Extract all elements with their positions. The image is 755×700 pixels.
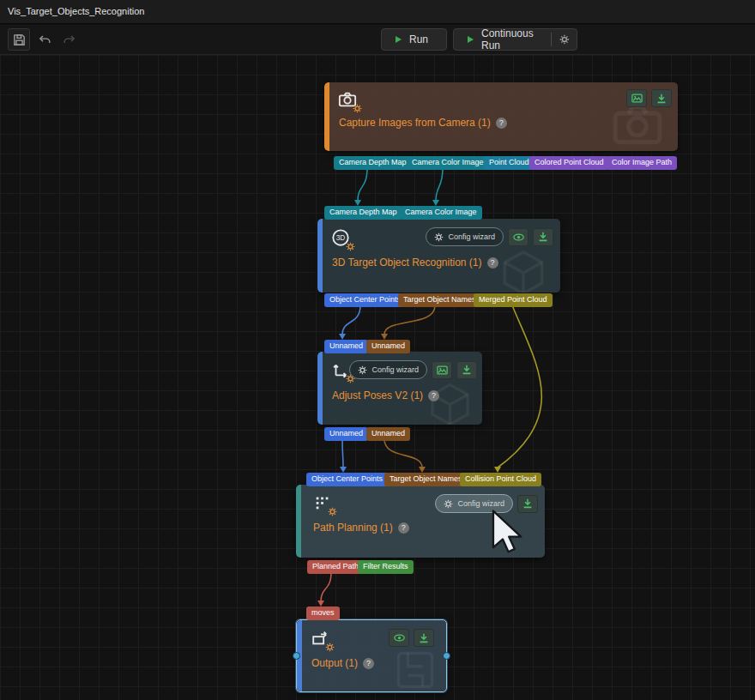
port-out-object-center-points[interactable]: Object Center Points — [324, 293, 406, 307]
run-settings-gear-icon[interactable] — [559, 33, 570, 45]
port-in-moves[interactable]: moves — [306, 606, 340, 620]
download-icon — [655, 93, 667, 105]
run-button[interactable]: Run — [381, 28, 447, 51]
image-icon — [436, 364, 449, 377]
image-icon — [631, 92, 643, 105]
node-title: Path Planning (1) — [313, 522, 393, 534]
node-title: Capture Images from Camera (1) — [339, 117, 491, 129]
path-planning-icon — [313, 493, 334, 514]
image-preview-button[interactable] — [626, 89, 647, 107]
port-out-camera-depth-map[interactable]: Camera Depth Map — [334, 156, 412, 170]
output-right-connector[interactable] — [443, 652, 450, 660]
port-out-target-object-names[interactable]: Target Object Names — [398, 293, 481, 307]
run-button-label: Run — [409, 33, 428, 45]
node-output[interactable]: Output (1) ? — [296, 619, 447, 692]
play-icon — [393, 34, 403, 45]
port-in-camera-depth-map[interactable]: Camera Depth Map — [324, 206, 402, 220]
mouse-cursor — [491, 510, 528, 558]
save-button[interactable] — [8, 28, 30, 51]
gear-icon — [444, 499, 453, 509]
node-3d-target-object-recognition[interactable]: Config wizard 3D Target Object Recogniti… — [317, 219, 560, 293]
port-out-unnamed-1[interactable]: Unnamed — [324, 427, 368, 441]
download-icon — [537, 231, 549, 243]
maze-watermark-icon — [393, 648, 438, 692]
gear-icon — [434, 232, 444, 242]
eye-icon — [393, 631, 406, 644]
node-accent-bar — [324, 82, 329, 151]
cube-watermark-icon — [498, 248, 548, 293]
gear-badge-icon — [346, 242, 355, 251]
help-badge[interactable]: ? — [487, 257, 498, 269]
node-adjust-poses-v2[interactable]: Config wizard Adjust Poses V2 (1) ? — [317, 352, 482, 425]
title-bar: Vis_Target_Objects_Recognition — [0, 0, 755, 24]
download-button[interactable] — [456, 361, 477, 379]
port-out-point-cloud[interactable]: Point Cloud — [484, 156, 535, 170]
config-wizard-label: Config wizard — [457, 499, 504, 508]
gear-badge-icon — [325, 643, 335, 652]
eye-icon — [512, 231, 525, 244]
gear-icon — [358, 365, 367, 375]
3d-recognition-icon — [331, 228, 352, 249]
help-badge[interactable]: ? — [428, 390, 439, 401]
port-in-camera-color-image[interactable]: Camera Color Image — [400, 206, 482, 220]
output-left-connector[interactable] — [293, 652, 300, 660]
edge-camera-depth-map[interactable] — [358, 168, 367, 201]
download-button[interactable] — [533, 228, 553, 246]
help-badge[interactable]: ? — [363, 658, 374, 669]
port-out-filter-results[interactable]: Filter Results — [358, 560, 414, 574]
port-out-planned-path[interactable]: Planned Path — [307, 560, 364, 574]
adjust-poses-icon — [331, 360, 352, 381]
divider — [551, 33, 552, 46]
edge-camera-color-image[interactable] — [436, 168, 443, 201]
port-in-collision-point-cloud[interactable]: Collision Point Cloud — [460, 473, 541, 486]
download-button[interactable] — [651, 89, 672, 107]
node-capture-images-from-camera[interactable]: Capture Images from Camera (1) ? — [324, 82, 678, 151]
redo-icon — [62, 33, 76, 47]
edge-object-center-points[interactable] — [342, 305, 360, 335]
help-badge[interactable]: ? — [398, 522, 409, 534]
config-wizard-button[interactable]: Config wizard — [349, 360, 427, 379]
node-accent-bar — [296, 485, 301, 558]
port-out-colored-point-cloud[interactable]: Colored Point Cloud — [529, 156, 609, 170]
port-out-camera-color-image[interactable]: Camera Color Image — [407, 156, 489, 170]
app-window: Vis_Target_Objects_Recognition Run Conti… — [0, 0, 755, 700]
edge-unnamed-blue[interactable] — [342, 439, 343, 468]
floppy-icon — [12, 33, 27, 47]
port-in-unnamed-1[interactable]: Unnamed — [324, 340, 368, 353]
config-wizard-label: Config wizard — [371, 365, 419, 374]
edge-unnamed-brown[interactable] — [384, 439, 422, 468]
node-title: 3D Target Object Recognition (1) — [332, 256, 482, 269]
download-icon — [461, 364, 473, 376]
camera-icon — [338, 90, 359, 111]
port-out-merged-point-cloud[interactable]: Merged Point Cloud — [474, 293, 553, 307]
help-badge[interactable]: ? — [496, 118, 507, 129]
port-in-object-center-points[interactable]: Object Center Points — [306, 473, 388, 486]
visibility-button[interactable] — [389, 629, 409, 647]
node-graph-canvas[interactable]: Capture Images from Camera (1) ? Camera … — [0, 55, 755, 700]
download-icon — [418, 632, 430, 644]
edge-target-object-names[interactable] — [384, 305, 435, 335]
redo-button[interactable] — [57, 28, 80, 51]
project-title: Vis_Target_Objects_Recognition — [8, 6, 144, 16]
edge-planned-path[interactable] — [321, 572, 331, 601]
config-wizard-button[interactable]: Config wizard — [426, 227, 504, 246]
port-in-target-object-names[interactable]: Target Object Names — [384, 473, 468, 486]
download-icon — [522, 498, 534, 510]
continuous-run-button[interactable]: Continuous Run — [453, 28, 577, 51]
image-preview-button[interactable] — [432, 361, 452, 379]
toolbar: Run Continuous Run — [0, 25, 755, 55]
play-icon — [465, 34, 475, 45]
node-title: Output (1) — [311, 657, 358, 669]
edge-merged-point-cloud[interactable] — [498, 305, 541, 468]
node-accent-bar — [317, 352, 323, 425]
gear-badge-icon — [353, 104, 362, 113]
output-icon — [311, 629, 331, 649]
visibility-button[interactable] — [508, 228, 528, 246]
download-button[interactable] — [414, 629, 434, 647]
port-out-color-image-path[interactable]: Color Image Path — [607, 156, 677, 170]
port-in-unnamed-2[interactable]: Unnamed — [366, 340, 410, 353]
node-title: Adjust Poses V2 (1) — [332, 389, 423, 401]
gear-badge-icon — [328, 507, 337, 516]
undo-button[interactable] — [33, 28, 56, 51]
port-out-unnamed-2[interactable]: Unnamed — [366, 427, 410, 441]
